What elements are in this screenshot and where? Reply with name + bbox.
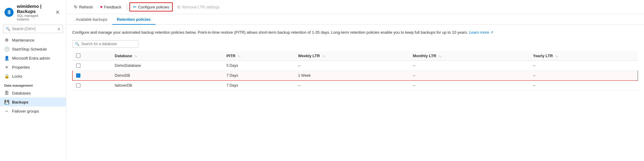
- sidebar-item-label-backups: Backups: [12, 100, 28, 104]
- col-header-pitr[interactable]: PITR ↑↓: [223, 51, 294, 61]
- cell-pitr-demodatabase: 5 Days: [223, 60, 294, 70]
- close-button[interactable]: ✕: [54, 8, 62, 16]
- cell-monthly-failoverdb: --: [409, 80, 529, 90]
- backups-icon: 💾: [4, 100, 9, 104]
- tabs-bar: Available backups Retention policies: [66, 14, 644, 25]
- sidebar-search-box[interactable]: 🔍 «: [3, 25, 63, 33]
- cell-yearly-demodatabase: --: [529, 60, 638, 70]
- maintenance-icon: ⚙: [4, 38, 9, 42]
- cell-database-failoverdb: failoverDB: [111, 80, 223, 90]
- sort-icon-weekly: ↑↓: [322, 54, 325, 58]
- sidebar-item-start-stop-schedule[interactable]: 🕐 Start/Stop Schedule: [0, 45, 66, 54]
- cell-database-demodatabase: DemoDatabase: [111, 60, 223, 70]
- sidebar-item-label-entra: Microsoft Entra admin: [12, 56, 50, 60]
- table-row[interactable]: DemoDatabase 5 Days -- -- --: [73, 60, 638, 70]
- toolbar-divider: [127, 4, 127, 10]
- row-checkbox-demodb[interactable]: ✓: [73, 70, 111, 80]
- sidebar-title: wimidemo | Backups SQL managed instance: [17, 4, 51, 21]
- cell-yearly-demodb: --: [529, 70, 638, 80]
- cell-pitr-demodb: 7 Days: [223, 70, 294, 80]
- sidebar-item-locks[interactable]: 🔒 Locks: [0, 72, 66, 81]
- sidebar-item-label-properties: Properties: [12, 65, 30, 70]
- learn-more-link[interactable]: Learn more ↗: [469, 30, 494, 35]
- checkbox-demodatabase[interactable]: [76, 63, 80, 68]
- sidebar-item-maintenance[interactable]: ⚙ Maintenance: [0, 36, 66, 45]
- feedback-button[interactable]: ♥ Feedback: [97, 3, 124, 11]
- table-row[interactable]: ✓ DemoDB 7 Days 1 Week -- --: [73, 70, 638, 80]
- window-title: wimidemo | Backups: [17, 4, 51, 14]
- sidebar-header: 🗄 wimidemo | Backups SQL managed instanc…: [0, 0, 66, 23]
- configure-policies-button[interactable]: ✏ Configure policies: [129, 2, 173, 11]
- tab-available-backups[interactable]: Available backups: [71, 14, 112, 25]
- sidebar-item-databases[interactable]: 🗄 Databases: [0, 88, 66, 98]
- svg-text:🗄: 🗄: [7, 10, 11, 15]
- databases-icon: 🗄: [4, 91, 9, 95]
- remove-ltr-button[interactable]: ⊘ Remove LTR settings: [174, 3, 222, 11]
- row-checkbox-demodatabase[interactable]: [73, 60, 111, 70]
- col-header-database[interactable]: Database ↑↓: [111, 51, 223, 61]
- cell-monthly-demodb: --: [409, 70, 529, 80]
- col-header-yearly-ltr[interactable]: Yearly LTR ↑↓: [529, 51, 638, 61]
- description-text: Configure and manage your automated back…: [72, 29, 554, 36]
- col-header-checkbox: [73, 51, 111, 61]
- sidebar: 🗄 wimidemo | Backups SQL managed instanc…: [0, 0, 66, 161]
- feedback-icon: ♥: [100, 5, 103, 9]
- sort-icon-monthly: ↑↓: [438, 54, 441, 58]
- cell-database-demodb: DemoDB: [111, 70, 223, 80]
- refresh-button[interactable]: ↻ Refresh: [71, 3, 96, 11]
- sidebar-item-label-schedule: Start/Stop Schedule: [12, 47, 47, 51]
- row-checkbox-failoverdb[interactable]: [73, 80, 111, 90]
- cell-weekly-demodatabase: --: [294, 60, 409, 70]
- cell-weekly-demodb: 1 Week: [294, 70, 409, 80]
- sidebar-item-label-databases: Databases: [12, 91, 31, 95]
- col-header-monthly-ltr[interactable]: Monthly LTR ↑↓: [409, 51, 529, 61]
- sidebar-item-backups[interactable]: 💾 Backups: [0, 98, 66, 107]
- select-all-checkbox[interactable]: [76, 54, 80, 58]
- configure-icon: ✏: [133, 5, 137, 9]
- retention-table: Database ↑↓ PITR ↑↓ Weekly LTR ↑↓ Monthl…: [72, 51, 638, 91]
- data-management-section-title: Data management: [0, 81, 66, 88]
- schedule-icon: 🕐: [4, 47, 9, 51]
- refresh-icon: ↻: [74, 5, 78, 9]
- sort-icon-pitr: ↑↓: [238, 54, 241, 58]
- remove-ltr-icon: ⊘: [177, 5, 181, 9]
- refresh-label: Refresh: [79, 5, 93, 9]
- sidebar-nav: ⚙ Maintenance 🕐 Start/Stop Schedule 👤 Mi…: [0, 36, 66, 161]
- sidebar-item-properties[interactable]: ≡ Properties: [0, 63, 66, 72]
- cell-monthly-demodatabase: --: [409, 60, 529, 70]
- entra-icon: 👤: [4, 56, 9, 60]
- table-search-box[interactable]: 🔍: [72, 40, 138, 48]
- main-content: ↻ Refresh ♥ Feedback ✏ Configure policie…: [66, 0, 644, 161]
- sidebar-collapse-button[interactable]: «: [57, 26, 60, 32]
- sidebar-item-label-failover: Failover groups: [12, 109, 39, 113]
- sidebar-item-label-locks: Locks: [12, 74, 22, 79]
- table-header-row: Database ↑↓ PITR ↑↓ Weekly LTR ↑↓ Monthl…: [73, 51, 638, 61]
- table-search-input[interactable]: [81, 42, 136, 46]
- failover-icon: ↔: [4, 109, 9, 113]
- col-header-weekly-ltr[interactable]: Weekly LTR ↑↓: [294, 51, 409, 61]
- checkbox-failoverdb[interactable]: [76, 83, 80, 88]
- sidebar-item-entra-admin[interactable]: 👤 Microsoft Entra admin: [0, 54, 66, 63]
- cell-weekly-failoverdb: --: [294, 80, 409, 90]
- sort-icon-database: ↑↓: [135, 54, 138, 58]
- sidebar-item-label-maintenance: Maintenance: [12, 38, 34, 42]
- remove-ltr-label: Remove LTR settings: [182, 5, 219, 9]
- search-icon: 🔍: [6, 27, 10, 31]
- locks-icon: 🔒: [4, 74, 9, 79]
- content-area: Configure and manage your automated back…: [66, 25, 644, 161]
- toolbar: ↻ Refresh ♥ Feedback ✏ Configure policie…: [66, 0, 644, 14]
- cell-yearly-failoverdb: --: [529, 80, 638, 90]
- checkbox-demodb[interactable]: ✓: [76, 73, 80, 78]
- sidebar-item-failover-groups[interactable]: ↔ Failover groups: [0, 107, 66, 116]
- window-subtitle: SQL managed instance: [17, 14, 51, 21]
- table-row[interactable]: failoverDB 7 Days -- -- --: [73, 80, 638, 90]
- table-search-icon: 🔍: [75, 42, 79, 46]
- cell-pitr-failoverdb: 7 Days: [223, 80, 294, 90]
- feedback-label: Feedback: [104, 5, 121, 9]
- sort-icon-yearly: ↑↓: [555, 54, 558, 58]
- azure-logo: 🗄: [4, 8, 14, 17]
- properties-icon: ≡: [4, 65, 9, 70]
- sidebar-search-input[interactable]: [12, 27, 54, 31]
- tab-retention-policies[interactable]: Retention policies: [112, 14, 156, 25]
- configure-policies-label: Configure policies: [138, 5, 169, 9]
